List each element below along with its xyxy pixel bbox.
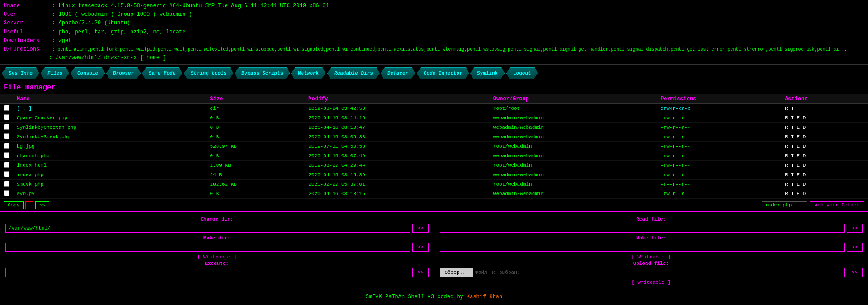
file-perms-3: -rw-r--r-- [657, 132, 781, 142]
read-file-btn[interactable]: >> [847, 224, 863, 233]
bottom-left-panel: Change dir: >> Make dir: >> [ Writeable … [0, 215, 434, 288]
nav-tab-defacer[interactable]: Defacer [380, 67, 415, 79]
file-name-6: index.html [17, 163, 47, 168]
table-row: SymlinkbySmevk.php0 B2020-04-16 08:09:33… [0, 132, 868, 142]
file-checkbox-4[interactable] [4, 143, 9, 149]
file-actions-3[interactable]: R T E D [781, 132, 868, 142]
index-input[interactable] [762, 201, 807, 209]
nav-tab-bypass[interactable]: Bypass Scripts [234, 67, 291, 79]
file-perms-8: -r--r--r-- [657, 180, 781, 189]
change-dir-btn[interactable]: >> [412, 224, 428, 233]
file-checkbox-2[interactable] [4, 124, 9, 130]
file-actions-2[interactable]: R T E D [781, 123, 868, 132]
file-checkbox-6[interactable] [4, 162, 9, 168]
uname-row: Uname : Linux traceback 4.15.0-58-generi… [4, 2, 864, 10]
copy-button[interactable]: Copy [4, 201, 24, 209]
file-actions-6[interactable]: R T E D [781, 161, 868, 170]
nav-tab-symlink[interactable]: Symlink [470, 67, 505, 79]
copy-bar: Copy - >> Add your Deface [0, 199, 868, 211]
useful-row: Useful : php, perl, tar, gzip, bzip2, nc… [4, 28, 864, 37]
file-actions-8[interactable]: R T E D [781, 180, 868, 189]
file-modify-9: 2020-04-16 08:13:15 [305, 189, 489, 199]
file-perms-0: drwxr-xr-x [657, 104, 781, 113]
file-owner-9: webadmin/webadmin [490, 189, 657, 199]
browse-button[interactable]: Обзор... [440, 268, 474, 277]
add-deface-button[interactable]: Add your Deface [810, 201, 864, 209]
make-file-btn[interactable]: >> [847, 243, 863, 252]
make-dir-btn[interactable]: >> [412, 243, 428, 252]
file-actions-0[interactable]: R T [781, 104, 868, 113]
nav-tab-stringtools[interactable]: String tools [184, 67, 234, 79]
file-actions-7[interactable]: R T E D [781, 170, 868, 180]
file-perms-7: -rw-r--r-- [657, 170, 781, 180]
file-size-6: 1.09 KB [207, 161, 305, 170]
nav-tab-browser[interactable]: Browser [106, 67, 141, 79]
header-actions: Actions [781, 94, 868, 104]
file-table-body: [ . ]dir2019-08-24 03:42:53root/rootdrwx… [0, 104, 868, 199]
file-owner-0: root/root [490, 104, 657, 113]
nav-tab-sysinfo[interactable]: Sys Info [1, 67, 40, 79]
table-row: CpanelCracker.php0 B2020-04-16 08:14:16w… [0, 113, 868, 123]
file-size-4: 528.97 KB [207, 142, 305, 151]
copy-minus-button[interactable]: - [25, 201, 33, 209]
header-checkbox [0, 94, 13, 104]
file-perms-1: -rw-r--r-- [657, 113, 781, 123]
uname-label: Uname [4, 2, 49, 10]
make-dir-input[interactable] [5, 243, 410, 252]
nav-tab-safemode[interactable]: Safe Mode [142, 67, 183, 79]
file-name-0[interactable]: [ . ] [17, 106, 32, 111]
file-actions-9[interactable]: R T E D [781, 189, 868, 199]
make-file-writeable: [ Writeable ] [440, 254, 863, 260]
file-checkbox-3[interactable] [4, 133, 9, 139]
file-checkbox-9[interactable] [4, 190, 9, 196]
sysinfo-panel: Uname : Linux traceback 4.15.0-58-generi… [0, 0, 868, 65]
nav-tab-files[interactable]: Files [40, 67, 70, 79]
table-row: dhanush.php0 B2020-04-16 08:07:49webadmi… [0, 151, 868, 161]
user-label: User [4, 10, 49, 19]
file-modify-5: 2020-04-16 08:07:49 [305, 151, 489, 161]
file-checkbox-8[interactable] [4, 181, 9, 187]
file-actions-5[interactable]: R T E D [781, 151, 868, 161]
nav-tab-logout[interactable]: Logout [506, 67, 538, 79]
copy-forward-button[interactable]: >> [35, 201, 49, 209]
file-modify-6: 2019-08-27 04:29:44 [305, 161, 489, 170]
file-size-0: dir [207, 104, 305, 113]
change-dir-label: Change dir: [5, 216, 429, 222]
file-name-1: CpanelCracker.php [17, 115, 67, 121]
table-row: index.html1.09 KB2019-08-27 04:29:44root… [0, 161, 868, 170]
upload-input[interactable] [522, 268, 844, 277]
upload-btn[interactable]: >> [847, 268, 863, 277]
file-perms-4: -rw-r--r-- [657, 142, 781, 151]
table-row: smevk.php102.62 KB2020-02-27 05:37:01roo… [0, 180, 868, 189]
dfunctions-label: D/Functions [4, 45, 49, 54]
make-file-input[interactable] [440, 243, 845, 252]
file-modify-8: 2020-02-27 05:37:01 [305, 180, 489, 189]
change-dir-input[interactable] [5, 224, 410, 233]
bottom-right-panel: Read file: >> Make file: >> [ Writeable … [434, 215, 868, 288]
copy-bar-right: Add your Deface [762, 201, 864, 209]
file-checkbox-0[interactable] [4, 105, 9, 111]
file-actions-4[interactable]: R T E D [781, 142, 868, 151]
nav-tab-network[interactable]: Network [291, 67, 326, 79]
make-dir-row: >> [5, 243, 429, 252]
execute-input[interactable] [5, 268, 410, 277]
header-name: Name [13, 94, 207, 104]
nav-tab-codeinjector[interactable]: Code Injector [416, 67, 469, 79]
nav-tab-readable[interactable]: Readable Dirs [326, 67, 380, 79]
read-file-input[interactable] [440, 224, 845, 233]
execute-btn[interactable]: >> [412, 268, 428, 277]
file-name-8: smevk.php [17, 182, 43, 187]
file-name-9: sym.py [17, 191, 35, 197]
file-modify-3: 2020-04-16 08:09:33 [305, 132, 489, 142]
file-checkbox-7[interactable] [4, 171, 9, 177]
file-actions-1[interactable]: R T E D [781, 113, 868, 123]
file-checkbox-5[interactable] [4, 152, 9, 158]
file-name-3: SymlinkbySmevk.php [17, 134, 71, 140]
file-size-8: 102.62 KB [207, 180, 305, 189]
no-file-text: Файл не выбран. [475, 270, 520, 275]
file-size-2: 0 B [207, 123, 305, 132]
useful-label: Useful [4, 28, 49, 37]
nav-tab-console[interactable]: Console [70, 67, 105, 79]
path-row: : /var/www/html/ drwxr-xr-x [ home ] [4, 54, 864, 62]
file-checkbox-1[interactable] [4, 114, 9, 120]
